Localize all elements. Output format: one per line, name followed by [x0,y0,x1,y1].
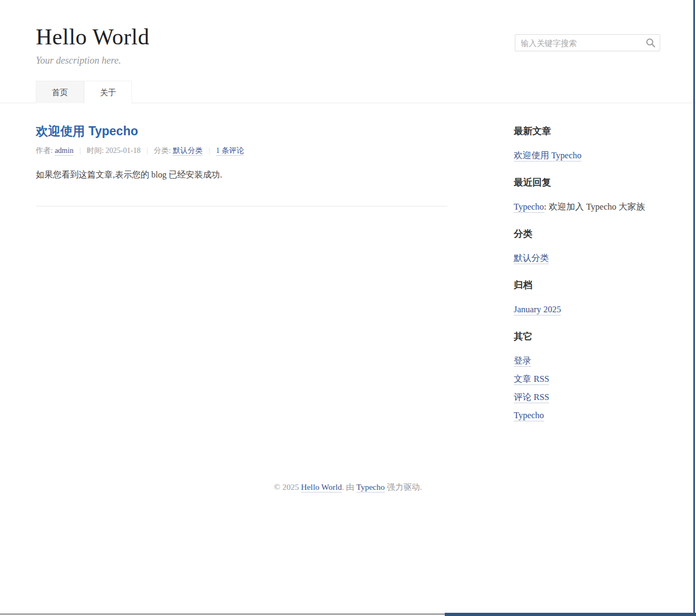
post: 欢迎使用 Typecho 作者: admin|时间: 2025-01-18|分类… [36,124,447,181]
recent-post-link[interactable]: 欢迎使用 Typecho [514,150,582,161]
nav-tab-home[interactable]: 首页 [36,81,84,103]
widget-title: 最近回复 [514,177,660,188]
post-category-link[interactable]: 默认分类 [173,147,203,156]
site-description: Your description here. [36,55,660,66]
list-item: Typecho: 欢迎加入 Typecho 大家族 [514,202,660,212]
site-footer: © 2025 Hello World. 由 Typecho 强力驱动. [0,437,696,525]
sidebar-section-archives: 归档 January 2025 [514,280,660,315]
list-item: January 2025 [514,304,660,315]
list-item: 登录 [514,356,660,366]
site-header: Hello World Your description here. 首页 关于 [0,0,696,103]
post-title-link[interactable]: 欢迎使用 Typecho [36,124,138,138]
sidebar-section-categories: 分类 默认分类 [514,228,660,264]
post-meta: 作者: admin|时间: 2025-01-18|分类: 默认分类|1 条评论 [36,146,447,156]
widget-title: 归档 [514,280,660,290]
recent-comment-text: : 欢迎加入 Typecho 大家族 [544,202,645,212]
comments-rss-link[interactable]: 评论 RSS [514,392,549,403]
widget-title: 最新文章 [514,126,660,136]
post-author-label: 作者: [36,147,55,155]
archive-link[interactable]: January 2025 [514,304,561,315]
main-nav: 首页 关于 [36,81,660,103]
content-column: 欢迎使用 Typecho 作者: admin|时间: 2025-01-18|分类… [36,103,447,206]
post-author-link[interactable]: admin [55,147,73,156]
sidebar-section-misc: 其它 登录 文章 RSS 评论 RSS Typecho [514,331,660,421]
sidebar-section-recent-posts: 最新文章 欢迎使用 Typecho [514,126,660,161]
post-time: 时间: 2025-01-18 [87,147,141,155]
list-item: 欢迎使用 Typecho [514,150,660,161]
recent-comment-author-link[interactable]: Typecho [514,202,544,213]
list-item: 文章 RSS [514,374,660,384]
main-area: 欢迎使用 Typecho 作者: admin|时间: 2025-01-18|分类… [36,103,660,437]
sidebar-section-recent-comments: 最近回复 Typecho: 欢迎加入 Typecho 大家族 [514,177,660,212]
background-window-bottom-navy-edge [445,613,696,616]
background-window-bottom-edge [0,613,445,615]
widget-title: 其它 [514,331,660,342]
nav-tab-about[interactable]: 关于 [84,81,132,103]
post-body: 如果您看到这篇文章,表示您的 blog 已经安装成功. [36,168,447,181]
post-comments-link[interactable]: 1 条评论 [216,147,244,156]
sidebar: 最新文章 欢迎使用 Typecho 最近回复 Typecho: 欢迎加入 Typ… [514,103,660,437]
footer-engine-link[interactable]: Typecho [357,482,385,492]
list-item: Typecho [514,410,660,421]
meta-separator: | [208,147,210,155]
list-item: 评论 RSS [514,392,660,403]
footer-site-link[interactable]: Hello World [301,482,342,492]
background-window-right-edge [693,0,695,616]
search-input[interactable] [515,34,660,51]
copyright-text: © 2025 [274,482,301,491]
blog-page: Hello World Your description here. 首页 关于… [0,0,696,616]
search-box [515,34,660,51]
footer-middle-text: . 由 [342,482,356,491]
search-icon[interactable] [645,37,656,48]
widget-title: 分类 [514,228,660,239]
post-category-label: 分类: [154,147,173,155]
category-link[interactable]: 默认分类 [514,253,549,264]
footer-suffix-text: 强力驱动. [385,482,422,491]
meta-separator: | [79,147,81,155]
meta-separator: | [146,147,148,155]
post-divider [36,206,447,206]
list-item: 默认分类 [514,253,660,264]
post-title: 欢迎使用 Typecho [36,124,447,138]
login-link[interactable]: 登录 [514,356,531,367]
posts-rss-link[interactable]: 文章 RSS [514,374,549,385]
typecho-link[interactable]: Typecho [514,410,544,421]
site-title-link[interactable]: Hello World [36,25,150,49]
